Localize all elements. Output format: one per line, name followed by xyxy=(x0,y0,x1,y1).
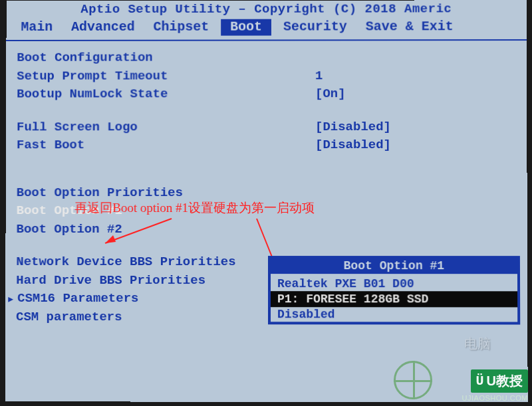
tab-boot[interactable]: Boot xyxy=(221,19,271,36)
fast-boot-label[interactable]: Fast Boot xyxy=(17,136,315,155)
bios-screen: Aptio Setup Utility – Copyright (C) 2018… xyxy=(5,0,528,402)
tab-bar: Main Advanced Chipset Boot Security Save… xyxy=(7,19,527,41)
tab-advanced[interactable]: Advanced xyxy=(65,19,142,36)
caret-icon: ▸ xyxy=(7,290,15,309)
annotation-text: 再返回Boot option #1设置硬盘为第一启动项 xyxy=(74,199,315,217)
fullscreen-logo-label[interactable]: Full Screen Logo xyxy=(17,118,315,137)
popup-item-0[interactable]: Realtek PXE B01 D00 xyxy=(271,276,517,291)
fullscreen-logo-value[interactable]: [Disabled] xyxy=(315,118,391,137)
popup-item-2[interactable]: Disabled xyxy=(271,307,517,322)
watermark-circle-icon xyxy=(394,361,432,399)
bios-title: Aptio Setup Utility – Copyright (C) 2018… xyxy=(7,0,527,19)
boot-config-heading: Boot Configuration xyxy=(17,49,152,68)
fast-boot-value[interactable]: [Disabled] xyxy=(315,136,391,155)
popup-title: Boot Option #1 xyxy=(271,258,517,276)
boot-option-2[interactable]: Boot Option #2 xyxy=(16,221,122,239)
badge-u-icon: Ü xyxy=(476,373,484,389)
hdd-bbs[interactable]: Hard Drive BBS Priorities xyxy=(16,272,205,290)
watermark-brand: U教授 xyxy=(487,372,523,390)
setup-prompt-value[interactable]: 1 xyxy=(315,67,323,85)
numlock-value[interactable]: [On] xyxy=(315,85,346,104)
boot-option-popup: Boot Option #1 Realtek PXE B01 D00 P1: F… xyxy=(268,256,520,324)
watermark-url: UJIAOSHOU.COM xyxy=(462,394,528,402)
watermark-cn: 电脑 xyxy=(464,335,491,353)
tab-chipset[interactable]: Chipset xyxy=(147,19,216,36)
watermark-badge: Ü U教授 xyxy=(471,369,528,393)
popup-item-1[interactable]: P1: FORESEE 128GB SSD xyxy=(271,291,517,307)
tab-saveexit[interactable]: Save & Exit xyxy=(359,19,460,35)
tab-main[interactable]: Main xyxy=(14,19,59,36)
numlock-label[interactable]: Bootup NumLock State xyxy=(17,85,315,104)
tab-security[interactable]: Security xyxy=(277,19,354,36)
csm[interactable]: CSM parameters xyxy=(16,308,122,327)
network-bbs[interactable]: Network Device BBS Priorities xyxy=(16,253,235,272)
setup-prompt-label[interactable]: Setup Prompt Timeout xyxy=(17,67,315,86)
watermark: Ü U教授 UJIAOSHOU.COM xyxy=(462,369,528,402)
csm16[interactable]: CSM16 Parameters xyxy=(17,290,138,308)
